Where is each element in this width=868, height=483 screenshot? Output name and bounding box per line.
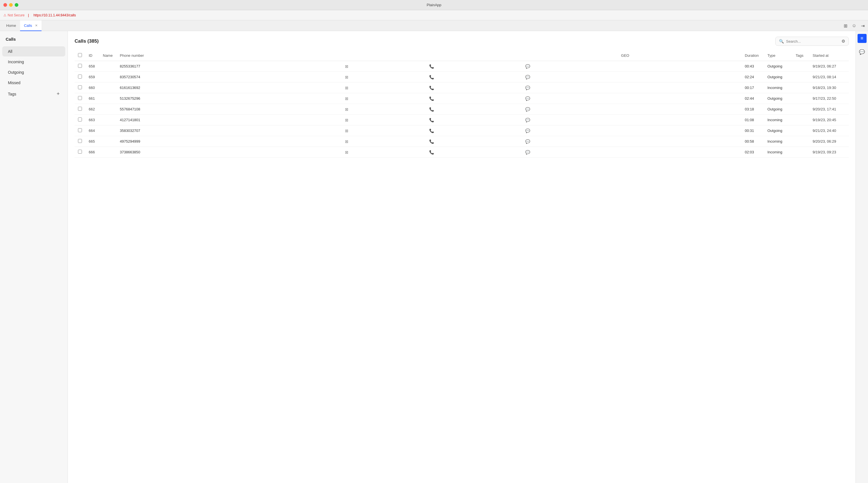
minimize-button[interactable] [9,3,13,7]
cell-action-call-5[interactable]: 📞 [426,115,522,125]
sidebar-item-all[interactable]: All [2,46,65,57]
search-icon: 🔍 [779,39,784,43]
sidebar-item-incoming[interactable]: Incoming [2,57,65,67]
cell-action-call-8[interactable]: 📞 [426,147,522,158]
cell-action-call-0[interactable]: 📞 [426,61,522,72]
cell-action-call-1[interactable]: 📞 [426,72,522,83]
cell-type-4: Outgoing [764,104,792,115]
row-checkbox-0[interactable] [78,64,82,68]
logout-icon[interactable]: ⇥ [861,23,865,28]
cell-id-7: 665 [85,136,99,147]
cell-type-6: Outgoing [764,125,792,136]
row-checkbox-4[interactable] [78,107,82,111]
maximize-button[interactable] [15,3,19,7]
cell-type-2: Incoming [764,83,792,93]
translate-icon[interactable]: ⊞ [844,23,847,28]
cell-action-call-2[interactable]: 📞 [426,83,522,93]
cell-action-note-3[interactable]: 💬 [522,93,618,104]
list-icon[interactable]: ≡ [858,34,867,43]
add-tag-button[interactable]: + [57,91,60,97]
cell-type-1: Outgoing [764,72,792,83]
cell-action-delete-7[interactable]: ⊠ [342,136,426,147]
cell-action-delete-1[interactable]: ⊠ [342,72,426,83]
emoji-icon[interactable]: ☺ [852,23,857,28]
cell-action-note-6[interactable]: 💬 [522,125,618,136]
row-checkbox-7[interactable] [78,139,82,143]
calls-table-container: ID Name Phone number GEO Duration Type T… [68,50,856,483]
sidebar-tags-section[interactable]: Tags + [2,88,65,100]
cell-started-7: 9/20/23, 06:29 [809,136,849,147]
cell-id-1: 659 [85,72,99,83]
cell-name-5 [99,115,116,125]
cell-action-note-8[interactable]: 💬 [522,147,618,158]
cell-duration-5: 01:08 [741,115,764,125]
cell-started-8: 9/19/23, 09:23 [809,147,849,158]
cell-name-3 [99,93,116,104]
cell-started-5: 9/19/23, 20:45 [809,115,849,125]
cell-phone-6: 3583032707 [116,125,342,136]
cell-action-delete-6[interactable]: ⊠ [342,125,426,136]
addressbar-url[interactable]: https://10.11.1.44:8443/calls [33,13,76,17]
col-header-phone: Phone number [116,50,618,61]
select-all-checkbox[interactable] [78,53,82,57]
cell-started-6: 9/21/23, 24:40 [809,125,849,136]
tab-calls-close[interactable]: ✕ [35,24,38,27]
row-checkbox-1[interactable] [78,74,82,78]
sidebar-item-missed[interactable]: Missed [2,78,65,88]
cell-type-7: Incoming [764,136,792,147]
cell-action-delete-0[interactable]: ⊠ [342,61,426,72]
cell-name-4 [99,104,116,115]
cell-started-1: 9/21/23, 08:14 [809,72,849,83]
cell-action-note-1[interactable]: 💬 [522,72,618,83]
tab-calls[interactable]: Calls ✕ [20,20,41,31]
cell-tags-4 [792,104,809,115]
cell-duration-3: 02:44 [741,93,764,104]
chat-icon[interactable]: 💬 [858,47,867,57]
cell-action-delete-2[interactable]: ⊠ [342,83,426,93]
table-row: 663 4127141801 ⊠ 📞 💬 01:08 Incoming 9/19… [74,115,849,125]
search-input[interactable] [786,39,837,43]
tab-home-label: Home [6,24,16,28]
tab-calls-label: Calls [24,24,32,28]
tab-home[interactable]: Home [2,20,20,31]
cell-started-3: 9/17/23, 22:50 [809,93,849,104]
cell-action-delete-4[interactable]: ⊠ [342,104,426,115]
row-checkbox-6[interactable] [78,128,82,132]
filter-icon[interactable]: ⚙ [841,39,845,44]
cell-action-call-7[interactable]: 📞 [426,136,522,147]
cell-action-note-4[interactable]: 💬 [522,104,618,115]
cell-action-delete-5[interactable]: ⊠ [342,115,426,125]
sidebar: Calls All Incoming Outgoing Missed Tags … [0,31,68,483]
row-checkbox-3[interactable] [78,96,82,100]
cell-action-call-4[interactable]: 📞 [426,104,522,115]
cell-action-note-0[interactable]: 💬 [522,61,618,72]
row-checkbox-5[interactable] [78,118,82,122]
cell-action-call-3[interactable]: 📞 [426,93,522,104]
table-row: 665 4975294999 ⊠ 📞 💬 00:58 Incoming 9/20… [74,136,849,147]
cell-id-6: 664 [85,125,99,136]
row-checkbox-2[interactable] [78,85,82,89]
browser-tabs: Home Calls ✕ ⊞ ☺ ⇥ [0,20,868,31]
cell-tags-0 [792,61,809,72]
cell-action-call-6[interactable]: 📞 [426,125,522,136]
cell-name-7 [99,136,116,147]
cell-duration-2: 00:17 [741,83,764,93]
sidebar-item-outgoing[interactable]: Outgoing [2,67,65,77]
cell-action-note-2[interactable]: 💬 [522,83,618,93]
cell-action-note-5[interactable]: 💬 [522,115,618,125]
addressbar: ⚠ Not Secure | https://10.11.1.44:8443/c… [0,10,868,20]
cell-name-0 [99,61,116,72]
calls-table: ID Name Phone number GEO Duration Type T… [74,50,849,158]
addressbar-separator: | [28,13,29,17]
cell-action-delete-8[interactable]: ⊠ [342,147,426,158]
cell-name-1 [99,72,116,83]
cell-id-8: 666 [85,147,99,158]
cell-started-0: 9/19/23, 06:27 [809,61,849,72]
cell-action-delete-3[interactable]: ⊠ [342,93,426,104]
cell-phone-0: 8255336177 [116,61,342,72]
col-header-duration: Duration [741,50,764,61]
row-checkbox-8[interactable] [78,150,82,154]
close-button[interactable] [3,3,7,7]
table-row: 659 8357230574 ⊠ 📞 💬 02:24 Outgoing 9/21… [74,72,849,83]
cell-action-note-7[interactable]: 💬 [522,136,618,147]
